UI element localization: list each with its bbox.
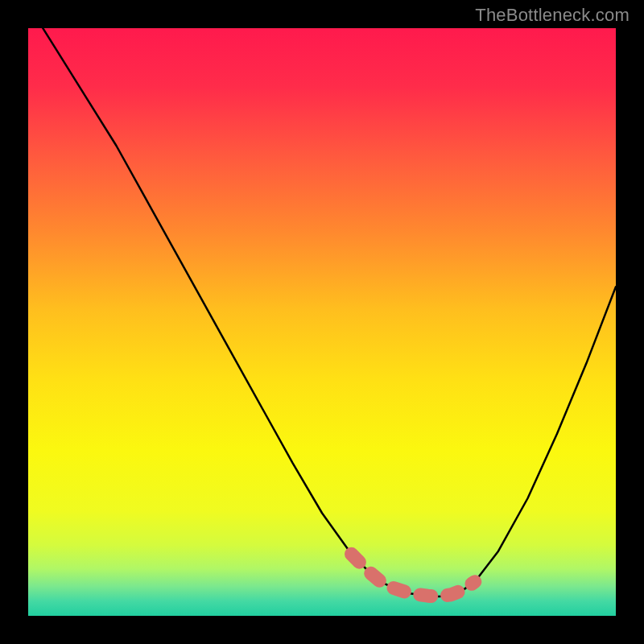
bottleneck-curve — [28, 5, 616, 597]
optimal-zone-highlight — [352, 554, 475, 597]
plot-area — [28, 28, 616, 616]
watermark-text: TheBottleneck.com — [475, 5, 630, 26]
chart-frame: TheBottleneck.com — [0, 0, 644, 644]
curve-layer — [28, 28, 616, 616]
